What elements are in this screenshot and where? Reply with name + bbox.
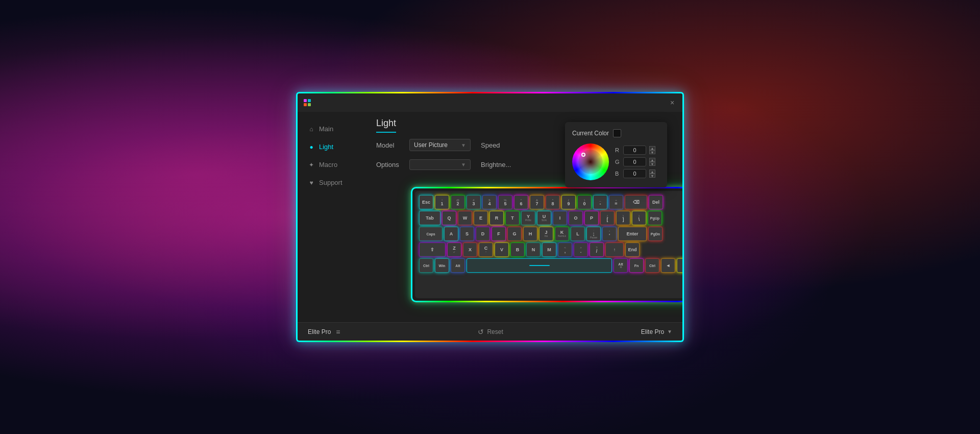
key-del[interactable]: Del <box>649 195 663 209</box>
brightness-label: Brightne... <box>481 161 511 168</box>
status-center: ↺ Reset <box>478 328 503 336</box>
key-y[interactable]: YPrtSc <box>521 211 535 225</box>
key-2[interactable]: @2 <box>451 195 465 209</box>
key-i[interactable]: I <box>553 211 567 225</box>
key-equals[interactable]: += <box>609 195 623 209</box>
key-v[interactable]: V <box>495 243 509 257</box>
r-label: R <box>615 147 620 153</box>
key-5[interactable]: %5 <box>498 195 512 209</box>
key-1[interactable]: !1 <box>435 195 449 209</box>
options-select[interactable]: ▼ <box>409 159 471 170</box>
r-spin-down[interactable]: ▼ <box>649 150 655 154</box>
close-button[interactable]: × <box>668 99 676 107</box>
key-ctrl-l[interactable]: Ctrl <box>419 258 433 273</box>
key-pgup[interactable]: PgUp <box>648 211 662 225</box>
key-0[interactable]: )0 <box>577 195 592 209</box>
key-f[interactable]: F <box>492 227 506 241</box>
key-slash[interactable]: ?/ <box>590 243 604 257</box>
key-e[interactable]: E <box>474 211 488 225</box>
key-lbracket[interactable]: {[ <box>600 211 615 225</box>
key-enter[interactable]: Enter <box>618 227 647 241</box>
key-g[interactable]: G <box>507 227 522 241</box>
g-spin-down[interactable]: ▼ <box>649 162 655 166</box>
key-end[interactable]: End <box>625 243 640 257</box>
key-r[interactable]: R <box>489 211 504 225</box>
g-input[interactable] <box>623 157 646 166</box>
key-t[interactable]: T <box>505 211 520 225</box>
key-s[interactable]: S <box>460 227 474 241</box>
reset-label[interactable]: Reset <box>487 328 503 335</box>
key-7[interactable]: &7 <box>530 195 544 209</box>
key-m[interactable]: M <box>542 243 556 257</box>
key-minus[interactable]: _- <box>593 195 607 209</box>
key-3[interactable]: #3 <box>467 195 481 209</box>
key-o[interactable]: O <box>569 211 583 225</box>
key-u[interactable]: UScrk <box>537 211 551 225</box>
sidebar-item-label-support: Support <box>319 179 342 186</box>
g-spin-up[interactable]: ▲ <box>649 158 655 162</box>
key-fn[interactable]: Fn <box>629 258 644 273</box>
home-icon: ⌂ <box>308 126 315 133</box>
key-h[interactable]: H <box>523 227 537 241</box>
key-shift-r[interactable]: ↑ <box>605 243 624 257</box>
b-spin-down[interactable]: ▼ <box>649 174 655 178</box>
key-d[interactable]: D <box>476 227 490 241</box>
key-k[interactable]: KNumLk <box>555 227 569 241</box>
sidebar-item-support[interactable]: ♥ Support <box>298 174 364 191</box>
sidebar-item-main[interactable]: ⌂ Main <box>298 120 364 138</box>
key-space[interactable] <box>467 258 612 273</box>
key-a[interactable]: A <box>444 227 458 241</box>
model-select[interactable]: User Picture ▼ <box>409 139 471 151</box>
r-spin-up[interactable]: ▲ <box>649 146 655 150</box>
color-popup: Current Color R <box>565 122 667 187</box>
key-8[interactable]: *8 <box>546 195 560 209</box>
sidebar-item-light[interactable]: ● Light <box>298 138 364 156</box>
key-semicolon[interactable]: :;Pause <box>586 227 601 241</box>
profile-dropdown-arrow[interactable]: ▼ <box>667 329 672 334</box>
key-4[interactable]: $4 <box>482 195 497 209</box>
key-row-5: Ctrl Win Alt Alt⌘ Fn Ctrl ◄ ▼ ► <box>419 258 682 273</box>
color-wheel[interactable] <box>572 143 609 180</box>
key-p[interactable]: P <box>584 211 599 225</box>
key-w[interactable]: W <box>458 211 472 225</box>
sidebar-item-macro[interactable]: ✦ Macro <box>298 156 364 174</box>
b-spin-up[interactable]: ▲ <box>649 170 655 174</box>
key-down[interactable]: ▼ <box>677 258 682 273</box>
key-b[interactable]: B <box>510 243 525 257</box>
logo-dot-4 <box>308 103 311 106</box>
key-j[interactable]: JIns <box>539 227 553 241</box>
current-color-swatch[interactable] <box>613 129 621 137</box>
key-esc[interactable]: Esc <box>419 195 433 209</box>
color-popup-header: Current Color <box>572 129 660 137</box>
key-pgdn[interactable]: PgDn <box>648 227 663 241</box>
key-6[interactable]: ^6 <box>514 195 528 209</box>
key-rbracket[interactable]: }] <box>616 211 630 225</box>
key-period[interactable]: >. <box>574 243 588 257</box>
key-comma[interactable]: <, <box>558 243 572 257</box>
key-backslash[interactable]: |\ <box>632 211 646 225</box>
key-quote[interactable]: "' <box>602 227 617 241</box>
rgb-inputs: R ▲ ▼ G ▲ <box>615 146 655 178</box>
key-q[interactable]: Q <box>442 211 456 225</box>
key-c[interactable]: C↑ <box>479 243 493 257</box>
key-9[interactable]: (9 <box>561 195 576 209</box>
model-label: Model <box>376 141 399 149</box>
key-x[interactable]: X <box>463 243 477 257</box>
key-ctrl-r[interactable]: Ctrl <box>645 258 659 273</box>
status-left: Elite Pro ≡ <box>308 328 340 336</box>
b-input[interactable] <box>623 169 646 178</box>
r-input[interactable] <box>623 146 646 155</box>
key-row-2: Tab Q W E R T YPrtSc UScrk I O P {[ <box>419 211 682 225</box>
key-l[interactable]: L <box>571 227 585 241</box>
key-alt-r[interactable]: Alt⌘ <box>614 258 628 273</box>
key-z[interactable]: Z↙ <box>447 243 461 257</box>
menu-icon[interactable]: ≡ <box>336 328 340 336</box>
key-n[interactable]: N <box>526 243 541 257</box>
key-caps[interactable]: Caps <box>419 227 443 241</box>
key-left[interactable]: ◄ <box>661 258 675 273</box>
key-backspace[interactable]: ⌫ <box>625 195 647 209</box>
key-tab[interactable]: Tab <box>419 211 440 225</box>
key-shift-l[interactable]: ⇧ <box>419 243 446 257</box>
key-alt-l[interactable]: Alt <box>451 258 465 273</box>
key-win[interactable]: Win <box>435 258 449 273</box>
